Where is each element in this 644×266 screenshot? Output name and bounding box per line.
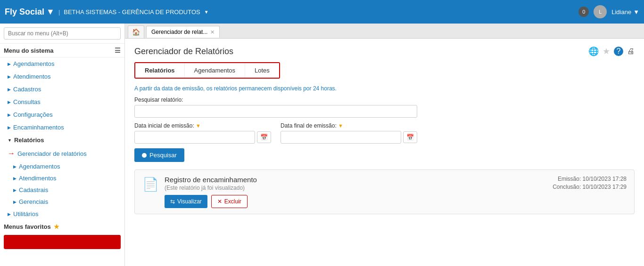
arrow-icon: ▶: [13, 164, 17, 169]
date-final-input[interactable]: [281, 131, 401, 144]
sidebar-sub-gerenciais[interactable]: ▶ Gerenciais: [0, 196, 124, 208]
favorites-section: Menus favoritos ★: [0, 220, 124, 233]
globe-icon[interactable]: 🌐: [588, 46, 599, 56]
search-button[interactable]: Pesquisar: [134, 148, 184, 162]
date-row: Data inicial de emissão: ▼ 📅 Data final …: [134, 122, 417, 144]
home-icon: 🏠: [132, 28, 140, 36]
user-name-label: Lidiane: [611, 8, 631, 16]
sidebar-sub-atendimentos[interactable]: ▶ Atendimentos: [0, 172, 124, 184]
date-initial-group: Data inicial de emissão: ▼ 📅: [134, 122, 271, 144]
favorites-star-icon[interactable]: ★: [54, 223, 59, 230]
arrow-icon: ▶: [13, 188, 17, 193]
date-initial-input-row: 📅: [134, 131, 271, 144]
report-card-subtitle: (Este relatório já foi visualizado): [165, 185, 257, 191]
sidebar-item-utilitarios[interactable]: ▶ Utilitários: [0, 208, 124, 220]
star-icon[interactable]: ★: [603, 46, 610, 56]
org-name[interactable]: BETHA SISTEMAS - GERÊNCIA DE PRODUTOS: [64, 8, 200, 16]
search-relatorio-input[interactable]: [134, 105, 417, 118]
date-filter-icon: ▼: [196, 123, 201, 129]
brand-caret: ▼: [46, 7, 55, 17]
sidebar-section-title: Menu do sistema ☰: [0, 44, 124, 57]
visualizar-icon: ⇆: [170, 198, 175, 205]
date-initial-calendar-btn[interactable]: 📅: [257, 131, 271, 143]
search-btn-label: Pesquisar: [149, 152, 177, 159]
tab-close-icon[interactable]: ✕: [210, 29, 215, 35]
sidebar-label: Gerenciador de relatórios: [17, 150, 87, 157]
date-initial-label: Data inicial de emissão: ▼: [134, 122, 271, 129]
report-card-actions: ⇆ Visualizar ✕ Excluir: [165, 195, 257, 208]
report-card-left: 📄 Registro de encaminhamento (Este relat…: [142, 176, 257, 208]
sidebar-sub-agendamentos[interactable]: ▶ Agendamentos: [0, 161, 124, 172]
arrow-icon: ▶: [8, 100, 11, 105]
current-arrow-icon: →: [8, 149, 15, 158]
arrow-icon: ▶: [8, 212, 11, 217]
nav-right: 0 L Lidiane ▼: [578, 5, 639, 18]
page-title-row: Gerenciador de Relatórios 🌐 ★ ? 🖨: [134, 46, 635, 56]
page-title-icons: 🌐 ★ ? 🖨: [588, 46, 635, 56]
notification-badge[interactable]: 0: [578, 7, 589, 17]
help-icon[interactable]: ?: [614, 47, 623, 56]
sidebar-item-cadastros[interactable]: ▶ Cadastros: [0, 83, 124, 96]
avatar[interactable]: L: [594, 5, 607, 18]
inner-tab-lotes[interactable]: Lotes: [245, 63, 279, 78]
inner-tabs: Relatórios Agendamentos Lotes: [134, 62, 280, 79]
date-initial-input[interactable]: [134, 131, 255, 144]
report-card-info: Registro de encaminhamento (Este relatór…: [165, 176, 257, 208]
excluir-button[interactable]: ✕ Excluir: [211, 195, 248, 208]
inner-tab-relatorios[interactable]: Relatórios: [135, 63, 185, 78]
sidebar-label: Encaminhamentos: [13, 124, 64, 131]
sidebar-label: Agendamentos: [13, 60, 54, 67]
sidebar-label: Atendimentos: [13, 73, 51, 80]
sidebar-label: Atendimentos: [19, 175, 57, 182]
report-card-meta: Emissão: 10/10/2023 17:28 Conclusão: 10/…: [553, 176, 627, 192]
excluir-icon: ✕: [217, 198, 222, 205]
arrow-icon: ▶: [13, 176, 17, 181]
sidebar-item-atendimentos[interactable]: ▶ Atendimentos: [0, 70, 124, 83]
date-final-label: Data final de emissão: ▼: [281, 122, 417, 129]
conclusao-text: Conclusão: 10/10/2023 17:29: [553, 184, 627, 190]
sidebar-label: Utilitários: [13, 210, 38, 218]
user-menu[interactable]: Lidiane ▼: [611, 8, 639, 16]
sidebar-sub-cadastrais[interactable]: ▶ Cadastrais: [0, 184, 124, 196]
sidebar-item-relatorios[interactable]: ▼ Relatórios: [0, 134, 124, 146]
date-final-input-row: 📅: [281, 131, 417, 144]
favorites-label: Menus favoritos: [4, 223, 51, 230]
page-title: Gerenciador de Relatórios: [134, 47, 233, 56]
layout: Menu do sistema ☰ ▶ Agendamentos ▶ Atend…: [0, 24, 644, 266]
tab-home[interactable]: 🏠: [128, 25, 144, 38]
sidebar-collapse-icon[interactable]: ☰: [115, 47, 121, 54]
main-area: 🏠 Gerenciador de relat... ✕ Gerenciador …: [125, 24, 644, 266]
brand-name: Fly Social: [5, 7, 44, 17]
print-icon[interactable]: 🖨: [627, 47, 635, 56]
org-caret: ▼: [204, 9, 209, 15]
date-final-calendar-btn[interactable]: 📅: [403, 131, 417, 143]
sidebar-item-gerenciador[interactable]: → Gerenciador de relatórios: [0, 146, 124, 161]
sidebar-search-container: [0, 24, 124, 44]
user-caret: ▼: [633, 8, 639, 16]
arrow-icon: ▶: [8, 125, 11, 130]
sidebar-label: Relatórios: [14, 137, 44, 144]
excluir-label: Excluir: [224, 198, 241, 205]
report-card-title: Registro de encaminhamento: [165, 176, 257, 184]
inner-tab-agendamentos[interactable]: Agendamentos: [185, 63, 245, 78]
arrow-icon: ▶: [8, 74, 11, 79]
search-circle-icon: [142, 153, 147, 158]
sidebar-label: Cadastros: [13, 86, 41, 93]
sidebar-label: Consultas: [13, 98, 41, 105]
tab-gerenciador[interactable]: Gerenciador de relat... ✕: [146, 26, 220, 38]
visualizar-button[interactable]: ⇆ Visualizar: [165, 195, 207, 208]
tab-label: Gerenciador de relat...: [151, 29, 207, 35]
page-content: Gerenciador de Relatórios 🌐 ★ ? 🖨 Relató…: [125, 39, 644, 266]
brand-logo[interactable]: Fly Social ▼: [5, 7, 55, 17]
arrow-icon: ▶: [8, 62, 11, 66]
sidebar-search-input[interactable]: [4, 27, 121, 40]
sidebar-item-agendamentos[interactable]: ▶ Agendamentos: [0, 57, 124, 70]
sidebar-label: Agendamentos: [19, 163, 60, 170]
favorites-placeholder: [4, 235, 121, 249]
date-filter-icon: ▼: [338, 123, 343, 129]
sidebar-item-encaminhamentos[interactable]: ▶ Encaminhamentos: [0, 121, 124, 134]
emissao-text: Emissão: 10/10/2023 17:28: [553, 176, 627, 182]
sidebar-item-consultas[interactable]: ▶ Consultas: [0, 96, 124, 108]
arrow-icon: ▶: [8, 113, 11, 117]
sidebar-item-configuracoes[interactable]: ▶ Configurações: [0, 108, 124, 121]
